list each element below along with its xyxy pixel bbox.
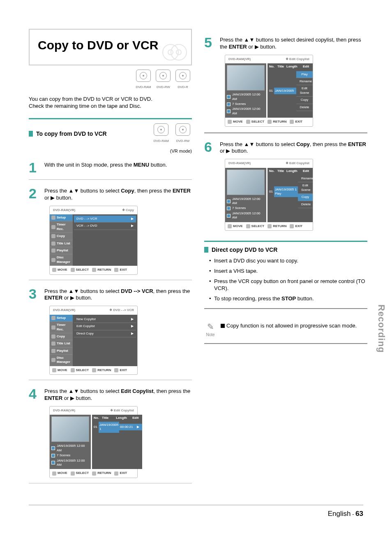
step-3: 3 Press the ▲▼ buttons to select DVD -->…: [29, 287, 192, 302]
disc-type: DVD-R: [175, 70, 190, 90]
disc-icon: [175, 123, 190, 136]
step-2: 2 Press the ▲▼ buttons to select Copy, t…: [29, 186, 192, 202]
disc-icon: [156, 70, 171, 82]
disc-type: DVD-RW: [175, 123, 190, 144]
step-text: With the unit in Stop mode, press the ME…: [44, 160, 167, 174]
step-number: 5: [204, 35, 215, 51]
thumbnail-icon: [51, 416, 89, 442]
divider: [29, 118, 192, 119]
list-item: To stop recording, press the STOP button…: [209, 295, 367, 302]
osd-screen-edit-copylist: DVD-RAM(VR)❖ Edit Copylist JAN/19/2005 1…: [49, 406, 138, 478]
section-tab: Recording: [375, 304, 387, 353]
osd-screen-copylist-copy: DVD-RAM(VR)❖ Edit Copylist JAN/19/2005 1…: [225, 159, 313, 231]
note-block: ✎ Note Copy function is not allowed in p…: [204, 321, 367, 337]
disc-art-icon: [171, 44, 187, 60]
list-item: Insert a DVD disc you want to copy.: [209, 258, 367, 265]
step-number: 3: [29, 287, 39, 302]
disc-type: DVD-RW: [156, 70, 171, 90]
step-number: 1: [29, 160, 39, 174]
intro-text: You can copy from the DVD to VCR or VCR …: [29, 96, 192, 110]
disc-icon: [136, 70, 151, 82]
square-bullet-icon: [29, 131, 33, 137]
section-heading: To copy from DVD to VCR DVD-RAM DVD-RW: [29, 123, 192, 144]
direct-copy-steps: Insert a DVD disc you want to copy. Inse…: [209, 258, 367, 302]
note-icon: ✎: [204, 321, 217, 332]
page-footer: English - 63: [0, 505, 392, 535]
step-number: 4: [29, 387, 39, 402]
step-number: 2: [29, 186, 39, 202]
step-text: Press the ▲▼ buttons to select DVD --> V…: [44, 287, 192, 302]
step-text: Press the ▲▼ buttons to select Edit Copy…: [44, 387, 192, 402]
step-6: 6 Press the ▲▼ buttons to select Copy, t…: [204, 140, 367, 155]
step-5: 5 Press the ▲▼ buttons to select desired…: [204, 35, 367, 51]
thumbnail-icon: [227, 170, 265, 195]
step-text: Press the ▲▼ buttons to select Copy, the…: [220, 140, 367, 155]
disc-icon: [175, 70, 190, 82]
step-1: 1 With the unit in Stop mode, press the …: [29, 160, 192, 174]
osd-screen-dvd-vcr: DVD-RAM(VR)❖ DVD - -> VCR Setup Timer Re…: [49, 306, 138, 375]
disc-type: DVD-RAM: [136, 70, 151, 90]
step-text: Press the ▲▼ buttons to select desired c…: [220, 35, 367, 51]
disc-type: DVD-RAM: [154, 123, 169, 144]
note-text: Copy function is not allowed in progress…: [221, 321, 367, 330]
disc-type-row: DVD-RAM DVD-RW DVD-R: [29, 70, 192, 90]
list-item: Insert a VHS tape.: [209, 268, 367, 275]
thumbnail-icon: [227, 65, 265, 91]
vr-mode-note: (VR mode): [29, 148, 192, 154]
step-number: 6: [204, 140, 215, 155]
square-bullet-icon: [204, 247, 208, 253]
title-box: Copy to DVD or VCR: [29, 29, 192, 65]
osd-screen-copy: DVD-RAM(VR)❖ Copy Setup Timer Rec. Copy …: [49, 206, 138, 275]
disc-icon: [154, 123, 168, 136]
osd-screen-copylist-menu: DVD-RAM(VR)❖ Edit Copylist JAN/19/2005 1…: [225, 55, 313, 127]
list-item: Press the VCR copy button on front panel…: [209, 278, 367, 292]
step-text: Press the ▲▼ buttons to select Copy, the…: [44, 186, 192, 202]
step-4: 4 Press the ▲▼ buttons to select Edit Co…: [29, 387, 192, 402]
section-heading-direct: Direct copy DVD to VCR: [204, 246, 367, 253]
